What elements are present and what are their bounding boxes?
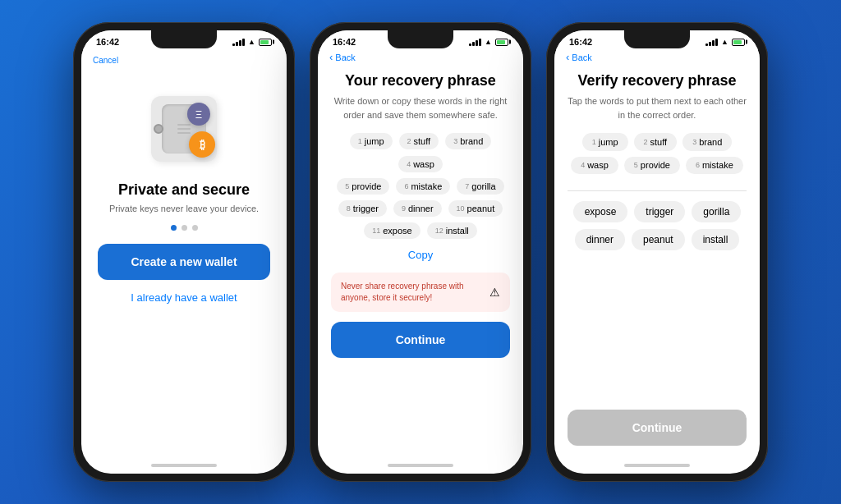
btc-coin: ₿ (189, 131, 215, 158)
dot-3 (192, 225, 198, 231)
phrase-row-4: 11expose 12install (364, 222, 477, 239)
signal-icon-1 (232, 39, 245, 46)
selected-word-1[interactable]: 1jump (582, 133, 628, 151)
screen3-inner: Verify recovery phrase Tap the words to … (554, 67, 760, 457)
copy-button[interactable]: Copy (331, 249, 510, 261)
divider (568, 190, 747, 191)
avail-word-dinner[interactable]: dinner (575, 229, 625, 250)
status-bar-2: 16:42 ▲ (318, 30, 523, 50)
phrase-grid: 1jump 2stuff 3brand 4wasp 5provide 6mist… (331, 133, 510, 239)
phrase-word-2: 2stuff (399, 133, 439, 149)
selected-word-2[interactable]: 2stuff (634, 133, 678, 151)
avail-word-expose[interactable]: expose (573, 201, 628, 222)
phrase-word-6: 6mistake (396, 178, 450, 195)
status-time-1: 16:42 (96, 37, 119, 47)
phone-2: 16:42 ▲ ‹ Back (310, 22, 531, 482)
warning-box: Never share recovery phrase with anyone,… (331, 273, 510, 312)
avail-word-gorilla[interactable]: gorilla (692, 201, 741, 222)
pagination-dots (171, 225, 198, 231)
available-words-area: expose trigger gorilla dinner peanut ins… (568, 201, 747, 250)
status-icons-3: ▲ (705, 38, 745, 46)
phrase-word-5: 5provide (337, 178, 389, 195)
screen2-content: Your recovery phrase Write down or copy … (318, 67, 523, 457)
signal-bar-1 (232, 44, 235, 46)
dot-1 (171, 225, 177, 231)
screen2-title: Your recovery phrase (331, 72, 510, 89)
battery-icon-1 (259, 39, 272, 46)
phrase-row-1: 1jump 2stuff 3brand 4wasp (331, 133, 510, 172)
status-bar-3: 16:42 ▲ (554, 30, 760, 50)
signal-icon-2 (469, 39, 481, 46)
chevron-left-icon-3: ‹ (566, 52, 569, 62)
wifi-icon-3: ▲ (721, 38, 728, 46)
screen1-inner: Ξ ₿ Private and secure Private keys neve… (81, 71, 287, 457)
selected-word-6[interactable]: 6mistake (686, 157, 743, 175)
vault-body: Ξ ₿ (151, 96, 217, 162)
screen2-inner: Your recovery phrase Write down or copy … (318, 67, 523, 457)
phrase-word-9: 9dinner (393, 200, 442, 217)
battery-icon-2 (495, 39, 508, 46)
back-button-2[interactable]: ‹ Back (329, 52, 512, 62)
nav-bar-2: ‹ Back (318, 50, 523, 67)
cancel-btn[interactable]: Cancel (93, 56, 118, 65)
phrase-word-1: 1jump (350, 133, 393, 149)
avail-word-peanut[interactable]: peanut (632, 229, 685, 250)
signal-icon-3 (705, 39, 718, 46)
screen3-content: Verify recovery phrase Tap the words to … (554, 67, 760, 457)
phone-1-screen: 16:42 ▲ Cancel (81, 30, 287, 474)
home-bar-3 (624, 464, 690, 467)
battery-fill-3 (733, 40, 742, 44)
wallet-illustration: Ξ ₿ (135, 88, 233, 170)
wifi-icon-2: ▲ (485, 38, 492, 46)
svg-rect-1 (177, 128, 191, 130)
screen1-title: Private and secure (118, 181, 250, 199)
phrase-word-10: 10peanut (448, 200, 503, 217)
screen3-title: Verify recovery phrase (568, 72, 747, 89)
phrase-row-2: 5provide 6mistake 7gorilla (337, 178, 503, 195)
avail-word-trigger[interactable]: trigger (634, 201, 685, 222)
phrase-word-8: 8trigger (338, 200, 387, 217)
signal-bar-4 (242, 39, 245, 46)
selected-word-3[interactable]: 3brand (682, 133, 732, 151)
battery-fill-1 (260, 40, 269, 44)
continue-button-3[interactable]: Continue (568, 410, 747, 446)
signal-bar-3 (239, 40, 241, 46)
phone-3: 16:42 ▲ ‹ Back (546, 22, 768, 482)
warning-icon: ⚠ (489, 286, 500, 299)
vault-handle (154, 124, 163, 134)
phrase-word-4: 4wasp (398, 156, 443, 172)
already-have-wallet-button[interactable]: I already have a wallet (131, 291, 237, 304)
status-bar-1: 16:42 ▲ (81, 30, 287, 50)
phone-1: 16:42 ▲ Cancel (73, 22, 295, 482)
phone-2-screen: 16:42 ▲ ‹ Back (318, 30, 523, 474)
back-button-3[interactable]: ‹ Back (566, 52, 748, 62)
status-icons-2: ▲ (469, 38, 508, 46)
phrase-word-7: 7gorilla (457, 178, 503, 195)
home-bar-1 (151, 464, 217, 467)
selected-word-4[interactable]: 4wasp (571, 157, 618, 175)
screen3-subtitle: Tap the words to put them next to each o… (568, 94, 747, 121)
create-wallet-button[interactable]: Create a new wallet (98, 244, 270, 280)
phrase-row-3: 8trigger 9dinner 10peanut (338, 200, 503, 217)
continue-button-2[interactable]: Continue (331, 322, 510, 358)
battery-icon-3 (732, 39, 745, 46)
status-icons-1: ▲ (232, 38, 272, 46)
wifi-icon-1: ▲ (248, 38, 255, 46)
signal-bar-2 (236, 42, 238, 46)
selected-word-5[interactable]: 5provide (624, 157, 680, 175)
status-time-3: 16:42 (569, 37, 592, 47)
dot-2 (182, 225, 187, 231)
chevron-left-icon-2: ‹ (329, 52, 333, 62)
selected-words-area: 1jump 2stuff 3brand 4wasp 5provide 6mist… (568, 133, 747, 174)
phrase-word-11: 11expose (364, 222, 420, 239)
screen1-content: Ξ ₿ Private and secure Private keys neve… (81, 71, 287, 457)
avail-word-install[interactable]: install (692, 229, 740, 250)
phone-3-screen: 16:42 ▲ ‹ Back (554, 30, 760, 474)
home-indicator-1 (81, 457, 287, 474)
svg-rect-0 (177, 124, 191, 126)
home-indicator-3 (554, 457, 760, 474)
battery-fill-2 (497, 40, 505, 44)
nav-bar-1: Cancel (81, 50, 287, 71)
screen2-subtitle: Write down or copy these words in the ri… (331, 94, 510, 121)
eth-coin: Ξ (187, 103, 210, 126)
